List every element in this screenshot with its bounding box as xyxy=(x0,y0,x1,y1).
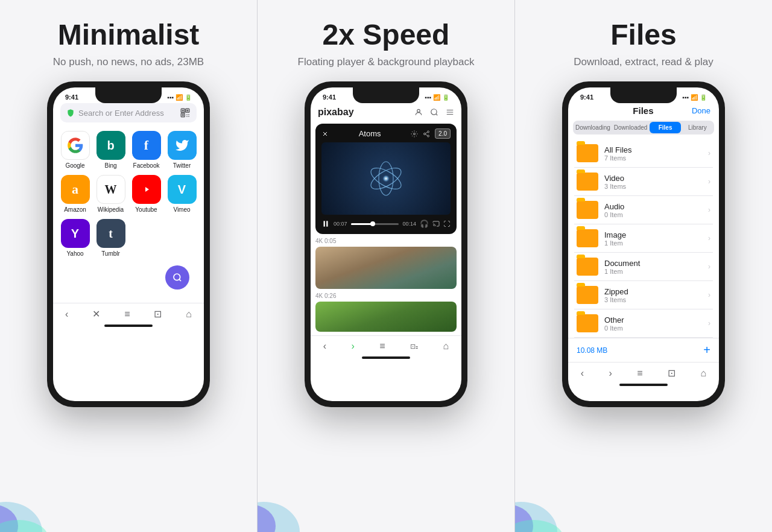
file-row-audio[interactable]: Audio 0 Item › xyxy=(574,196,713,224)
tabs3-icon[interactable]: ⊡ xyxy=(668,367,676,379)
close-icon[interactable]: ✕ xyxy=(92,308,100,320)
forward2-icon[interactable]: › xyxy=(352,341,355,352)
app-grid: Google b Bing f Facebook xyxy=(60,131,197,257)
app-bing-label: Bing xyxy=(104,162,116,169)
file-row-zipped[interactable]: Zipped 3 Items › xyxy=(574,281,713,309)
file-row-document[interactable]: Document 1 Item › xyxy=(574,253,713,281)
panel-files: Files Download, extract, read & play 9:4… xyxy=(515,0,772,532)
fp-header: Atoms 2.0 xyxy=(321,128,451,139)
files-done-button[interactable]: Done xyxy=(692,106,710,115)
menu3-icon[interactable]: ≡ xyxy=(637,368,642,379)
svg-rect-7 xyxy=(188,114,189,115)
fp-close-icon[interactable] xyxy=(321,130,329,138)
app-facebook-label: Facebook xyxy=(133,162,160,169)
headphone-icon[interactable]: 🎧 xyxy=(420,220,429,228)
fp-settings-icon[interactable] xyxy=(411,130,418,138)
google-icon xyxy=(61,131,90,160)
video-chevron: › xyxy=(708,177,710,186)
fullscreen-icon[interactable] xyxy=(443,220,451,227)
search-placeholder: Search or Enter Address xyxy=(78,109,176,118)
svg-rect-5 xyxy=(182,114,184,116)
wifi2-icon: 📶 xyxy=(433,94,440,101)
forward3-icon[interactable]: › xyxy=(609,368,612,379)
tab-downloading[interactable]: Downloading xyxy=(574,122,612,133)
svg-rect-3 xyxy=(182,110,184,112)
hamburger-icon[interactable] xyxy=(446,108,454,116)
zipped-chevron: › xyxy=(708,291,710,299)
fp-speed-badge[interactable]: 2.0 xyxy=(435,128,451,139)
document-folder-icon xyxy=(577,258,598,276)
app-tumblr[interactable]: t Tumblr xyxy=(96,219,125,257)
app-bing[interactable]: b Bing xyxy=(96,131,125,169)
tabs2-icon[interactable]: ⊡₂ xyxy=(410,343,418,350)
files-header: Files Done xyxy=(568,103,719,121)
signal-icon: ▪▪▪ xyxy=(167,94,174,101)
app-google[interactable]: Google xyxy=(60,131,90,169)
files-bottom-nav: ‹ › ≡ ⊡ ⌂ xyxy=(568,362,719,381)
app-facebook[interactable]: f Facebook xyxy=(131,131,161,169)
file-row-allfiles[interactable]: All Files 7 Items › xyxy=(574,139,713,168)
files-add-button[interactable]: + xyxy=(703,343,710,357)
battery3-icon: 🔋 xyxy=(700,94,707,101)
home-indicator1 xyxy=(104,325,153,327)
menu-icon[interactable]: ≡ xyxy=(124,309,130,320)
app-twitter[interactable]: Twitter xyxy=(167,131,197,169)
progress-track[interactable] xyxy=(351,223,399,225)
home-icon[interactable]: ⌂ xyxy=(186,309,192,320)
amazon-icon-bg: a xyxy=(61,175,90,204)
app-vimeo[interactable]: V Vimeo xyxy=(167,175,197,213)
video-name: Video xyxy=(604,174,702,183)
app-amazon[interactable]: a Amazon xyxy=(60,175,90,213)
panel3-subtitle: Download, extract, read & play xyxy=(574,56,713,68)
file-row-image[interactable]: Image 1 Item › xyxy=(574,224,713,253)
tab-library[interactable]: Library xyxy=(682,122,713,133)
svg-line-18 xyxy=(436,114,438,116)
home3-icon[interactable]: ⌂ xyxy=(701,368,707,379)
blob-decoration-left3 xyxy=(515,472,569,532)
image-folder-icon xyxy=(577,229,598,247)
svg-line-28 xyxy=(425,134,427,135)
file-row-other[interactable]: Other 0 Item › xyxy=(574,309,713,338)
home2-icon[interactable]: ⌂ xyxy=(443,341,449,352)
app-wikipedia[interactable]: W Wikipedia xyxy=(96,175,125,213)
tab-downloaded[interactable]: Downloaded xyxy=(613,122,649,133)
svg-marker-10 xyxy=(145,187,149,192)
back2-icon[interactable]: ‹ xyxy=(323,341,326,352)
cast-icon[interactable] xyxy=(432,220,440,227)
fp-share-icon[interactable] xyxy=(423,130,430,138)
wikipedia-icon-bg: W xyxy=(96,175,125,204)
video-count: 3 Items xyxy=(604,183,702,190)
files-footer: 10.08 MB + xyxy=(568,338,719,362)
image-name: Image xyxy=(604,230,702,239)
app-yahoo[interactable]: Y Yahoo xyxy=(60,219,90,257)
allfiles-info: All Files 7 Items xyxy=(604,145,702,162)
signal2-icon: ▪▪▪ xyxy=(425,94,431,101)
person-icon[interactable] xyxy=(414,108,423,116)
tabs-icon[interactable]: ⊡ xyxy=(154,308,162,320)
search2-icon[interactable] xyxy=(430,108,438,116)
document-chevron: › xyxy=(708,262,710,271)
pixabay-logo: pixabay xyxy=(318,107,354,118)
app-youtube[interactable]: Youtube xyxy=(131,175,161,213)
svg-rect-6 xyxy=(186,114,188,115)
video2-label: 4K 0:26 xyxy=(315,293,457,299)
pause-icon[interactable] xyxy=(321,220,330,228)
wikipedia-letter: W xyxy=(105,183,117,197)
back3-icon[interactable]: ‹ xyxy=(581,368,584,379)
search-bar[interactable]: Search or Enter Address xyxy=(60,103,197,122)
svg-point-27 xyxy=(428,135,429,137)
video1-label: 4K 0:05 xyxy=(315,238,457,244)
menu2-icon[interactable]: ≡ xyxy=(379,341,385,352)
file-row-video[interactable]: Video 3 Items › xyxy=(574,168,713,196)
tab-files[interactable]: Files xyxy=(650,122,680,133)
svg-line-29 xyxy=(425,132,427,133)
panel3-title: Files xyxy=(610,18,676,51)
back-icon[interactable]: ‹ xyxy=(65,309,68,320)
svg-rect-9 xyxy=(188,116,189,117)
tumblr-letter: t xyxy=(109,227,113,241)
search-fab[interactable] xyxy=(165,265,189,290)
svg-line-12 xyxy=(179,279,181,281)
phone2-time: 9:41 xyxy=(323,93,336,101)
vimeo-letter: V xyxy=(178,183,186,197)
yahoo-icon-bg: Y xyxy=(61,219,90,248)
